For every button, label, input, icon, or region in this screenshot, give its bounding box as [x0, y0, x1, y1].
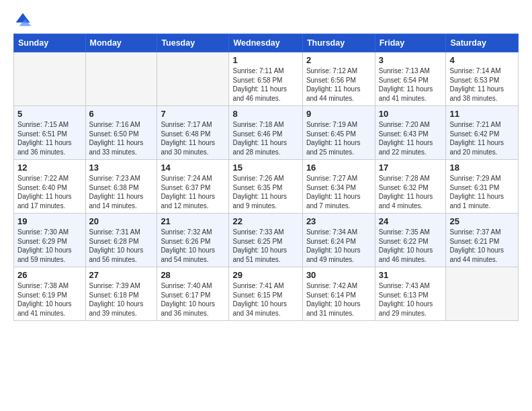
col-header-sunday: Sunday: [14, 34, 86, 52]
week-row-2: 5Sunrise: 7:15 AM Sunset: 6:51 PM Daylig…: [14, 106, 519, 160]
day-info: Sunrise: 7:38 AM Sunset: 6:19 PM Dayligh…: [17, 281, 82, 318]
day-cell: 23Sunrise: 7:34 AM Sunset: 6:24 PM Dayli…: [302, 214, 375, 267]
day-info: Sunrise: 7:30 AM Sunset: 6:29 PM Dayligh…: [17, 228, 82, 264]
col-header-friday: Friday: [375, 34, 446, 52]
day-info: Sunrise: 7:13 AM Sunset: 6:54 PM Dayligh…: [379, 66, 443, 103]
week-row-4: 19Sunrise: 7:30 AM Sunset: 6:29 PM Dayli…: [14, 214, 519, 267]
day-number: 23: [306, 216, 371, 226]
day-info: Sunrise: 7:27 AM Sunset: 6:34 PM Dayligh…: [306, 174, 371, 210]
day-info: Sunrise: 7:23 AM Sunset: 6:38 PM Dayligh…: [89, 174, 154, 210]
day-cell: 18Sunrise: 7:29 AM Sunset: 6:31 PM Dayli…: [446, 160, 519, 214]
day-info: Sunrise: 7:41 AM Sunset: 6:15 PM Dayligh…: [232, 281, 298, 318]
day-info: Sunrise: 7:29 AM Sunset: 6:31 PM Dayligh…: [449, 174, 515, 210]
day-cell: 3Sunrise: 7:13 AM Sunset: 6:54 PM Daylig…: [375, 52, 446, 106]
day-cell: 21Sunrise: 7:32 AM Sunset: 6:26 PM Dayli…: [157, 214, 229, 267]
day-number: 12: [17, 163, 82, 173]
day-number: 15: [232, 163, 298, 173]
day-info: Sunrise: 7:39 AM Sunset: 6:18 PM Dayligh…: [89, 281, 154, 318]
day-info: Sunrise: 7:19 AM Sunset: 6:45 PM Dayligh…: [306, 120, 371, 156]
day-cell: [85, 52, 157, 106]
day-info: Sunrise: 7:42 AM Sunset: 6:14 PM Dayligh…: [306, 281, 371, 318]
day-info: Sunrise: 7:21 AM Sunset: 6:42 PM Dayligh…: [449, 120, 515, 156]
day-cell: 5Sunrise: 7:15 AM Sunset: 6:51 PM Daylig…: [14, 106, 86, 160]
day-number: 29: [232, 270, 298, 280]
day-cell: 12Sunrise: 7:22 AM Sunset: 6:40 PM Dayli…: [14, 160, 86, 214]
day-cell: 1Sunrise: 7:11 AM Sunset: 6:58 PM Daylig…: [229, 52, 302, 106]
day-info: Sunrise: 7:33 AM Sunset: 6:25 PM Dayligh…: [232, 228, 298, 264]
day-info: Sunrise: 7:18 AM Sunset: 6:46 PM Dayligh…: [232, 120, 298, 156]
day-cell: 26Sunrise: 7:38 AM Sunset: 6:19 PM Dayli…: [14, 267, 86, 321]
day-info: Sunrise: 7:24 AM Sunset: 6:37 PM Dayligh…: [161, 174, 225, 210]
logo-icon: [13, 11, 32, 30]
day-number: 26: [17, 270, 82, 280]
calendar-table: SundayMondayTuesdayWednesdayThursdayFrid…: [13, 34, 519, 321]
day-cell: 20Sunrise: 7:31 AM Sunset: 6:28 PM Dayli…: [85, 214, 157, 267]
day-number: 20: [89, 216, 154, 226]
day-cell: 29Sunrise: 7:41 AM Sunset: 6:15 PM Dayli…: [229, 267, 302, 321]
day-cell: 10Sunrise: 7:20 AM Sunset: 6:43 PM Dayli…: [375, 106, 446, 160]
day-number: 9: [306, 109, 371, 119]
day-info: Sunrise: 7:40 AM Sunset: 6:17 PM Dayligh…: [161, 281, 225, 318]
logo: [13, 11, 34, 30]
header: [13, 11, 519, 30]
day-info: Sunrise: 7:35 AM Sunset: 6:22 PM Dayligh…: [379, 228, 443, 264]
col-header-monday: Monday: [85, 34, 157, 52]
day-number: 6: [89, 109, 154, 119]
day-info: Sunrise: 7:43 AM Sunset: 6:13 PM Dayligh…: [379, 281, 443, 318]
day-cell: 2Sunrise: 7:12 AM Sunset: 6:56 PM Daylig…: [302, 52, 375, 106]
day-number: 13: [89, 163, 154, 173]
col-header-tuesday: Tuesday: [157, 34, 229, 52]
day-cell: 16Sunrise: 7:27 AM Sunset: 6:34 PM Dayli…: [302, 160, 375, 214]
day-number: 30: [306, 270, 371, 280]
day-number: 2: [306, 55, 371, 65]
day-cell: 11Sunrise: 7:21 AM Sunset: 6:42 PM Dayli…: [446, 106, 519, 160]
day-info: Sunrise: 7:14 AM Sunset: 6:53 PM Dayligh…: [449, 66, 515, 103]
col-header-thursday: Thursday: [302, 34, 375, 52]
day-cell: 27Sunrise: 7:39 AM Sunset: 6:18 PM Dayli…: [85, 267, 157, 321]
day-cell: 13Sunrise: 7:23 AM Sunset: 6:38 PM Dayli…: [85, 160, 157, 214]
day-cell: 19Sunrise: 7:30 AM Sunset: 6:29 PM Dayli…: [14, 214, 86, 267]
day-cell: 7Sunrise: 7:17 AM Sunset: 6:48 PM Daylig…: [157, 106, 229, 160]
day-number: 28: [161, 270, 225, 280]
day-number: 27: [89, 270, 154, 280]
day-info: Sunrise: 7:31 AM Sunset: 6:28 PM Dayligh…: [89, 228, 154, 264]
day-info: Sunrise: 7:11 AM Sunset: 6:58 PM Dayligh…: [232, 66, 298, 103]
day-cell: 15Sunrise: 7:26 AM Sunset: 6:35 PM Dayli…: [229, 160, 302, 214]
col-header-saturday: Saturday: [446, 34, 519, 52]
page: SundayMondayTuesdayWednesdayThursdayFrid…: [0, 0, 532, 332]
day-cell: 8Sunrise: 7:18 AM Sunset: 6:46 PM Daylig…: [229, 106, 302, 160]
day-number: 16: [306, 163, 371, 173]
day-info: Sunrise: 7:34 AM Sunset: 6:24 PM Dayligh…: [306, 228, 371, 264]
day-number: 19: [17, 216, 82, 226]
day-info: Sunrise: 7:28 AM Sunset: 6:32 PM Dayligh…: [379, 174, 443, 210]
svg-marker-0: [16, 13, 30, 23]
day-cell: [14, 52, 86, 106]
day-number: 22: [232, 216, 298, 226]
day-info: Sunrise: 7:16 AM Sunset: 6:50 PM Dayligh…: [89, 120, 154, 156]
day-number: 31: [379, 270, 443, 280]
day-number: 7: [161, 109, 225, 119]
day-number: 18: [449, 163, 515, 173]
day-number: 10: [379, 109, 443, 119]
day-number: 11: [449, 109, 515, 119]
header-row: SundayMondayTuesdayWednesdayThursdayFrid…: [14, 34, 519, 52]
day-number: 5: [17, 109, 82, 119]
day-cell: 28Sunrise: 7:40 AM Sunset: 6:17 PM Dayli…: [157, 267, 229, 321]
day-info: Sunrise: 7:15 AM Sunset: 6:51 PM Dayligh…: [17, 120, 82, 156]
day-info: Sunrise: 7:20 AM Sunset: 6:43 PM Dayligh…: [379, 120, 443, 156]
day-cell: 4Sunrise: 7:14 AM Sunset: 6:53 PM Daylig…: [446, 52, 519, 106]
day-cell: 22Sunrise: 7:33 AM Sunset: 6:25 PM Dayli…: [229, 214, 302, 267]
day-number: 1: [232, 55, 298, 65]
week-row-3: 12Sunrise: 7:22 AM Sunset: 6:40 PM Dayli…: [14, 160, 519, 214]
day-number: 8: [232, 109, 298, 119]
day-cell: 24Sunrise: 7:35 AM Sunset: 6:22 PM Dayli…: [375, 214, 446, 267]
day-number: 4: [449, 55, 515, 65]
week-row-5: 26Sunrise: 7:38 AM Sunset: 6:19 PM Dayli…: [14, 267, 519, 321]
day-info: Sunrise: 7:32 AM Sunset: 6:26 PM Dayligh…: [161, 228, 225, 264]
day-number: 14: [161, 163, 225, 173]
day-number: 17: [379, 163, 443, 173]
day-cell: 6Sunrise: 7:16 AM Sunset: 6:50 PM Daylig…: [85, 106, 157, 160]
day-cell: 17Sunrise: 7:28 AM Sunset: 6:32 PM Dayli…: [375, 160, 446, 214]
col-header-wednesday: Wednesday: [229, 34, 302, 52]
day-info: Sunrise: 7:17 AM Sunset: 6:48 PM Dayligh…: [161, 120, 225, 156]
